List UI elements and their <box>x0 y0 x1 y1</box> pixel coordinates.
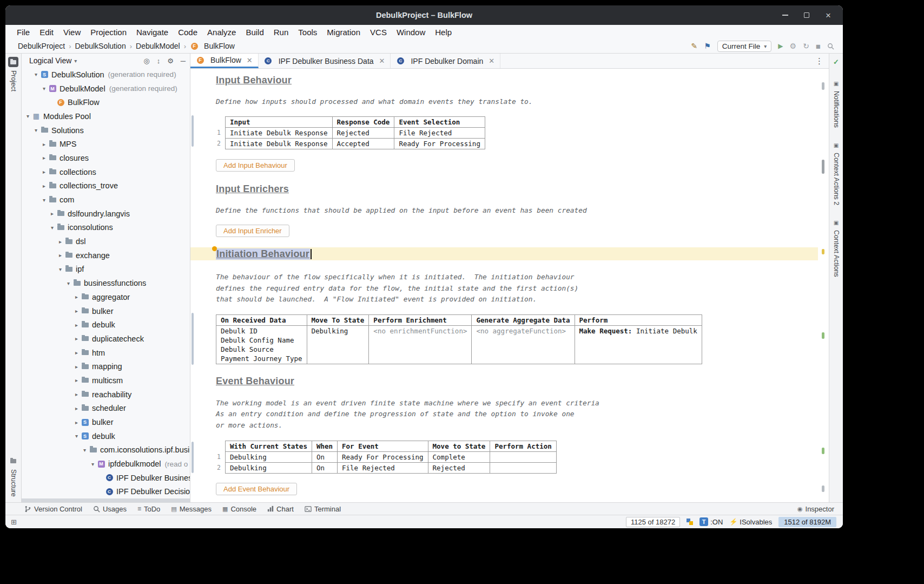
tree-row[interactable]: ▸scheduler <box>22 402 190 416</box>
chevron-right-icon[interactable]: ▸ <box>40 169 48 175</box>
table-cell[interactable]: Accepted <box>332 139 394 149</box>
table-cell[interactable]: File Rejected <box>394 128 485 139</box>
toolwindow-toggle-icon[interactable]: ⊞ <box>11 518 17 526</box>
table-cell[interactable]: On <box>312 463 337 474</box>
chevron-down-icon[interactable]: ▾ <box>40 86 48 91</box>
tree-row[interactable]: CIPF Debulker Domain <box>22 498 190 502</box>
chevron-right-icon[interactable]: ▸ <box>72 294 81 300</box>
breadcrumb-item[interactable]: DebulkModel <box>134 41 182 51</box>
search-icon[interactable] <box>827 43 834 50</box>
generate-aggregate-data-cell[interactable]: <no aggregateFunction> <box>472 325 575 364</box>
chevron-right-icon[interactable]: ▸ <box>40 183 48 189</box>
menu-item-vcs[interactable]: VCS <box>365 27 392 38</box>
tree-row[interactable]: ▾com <box>22 193 190 207</box>
menu-item-help[interactable]: Help <box>430 27 457 38</box>
table-row[interactable]: 1DebulkingOnReady For ProcessingComplete <box>216 452 556 463</box>
table-cell[interactable]: Rejected <box>332 128 394 139</box>
expand-collapse-icon[interactable]: ↕ <box>157 57 161 65</box>
current-line-highlight[interactable]: Initiation Behaviour <box>190 247 829 260</box>
structure-toolwindow-button[interactable]: Structure <box>8 456 18 497</box>
close-button[interactable]: × <box>821 9 835 22</box>
on-received-data-cell[interactable]: Debulk ID Debulk Config Name Debulk Sour… <box>216 325 307 364</box>
tree-row[interactable]: ▾MDebulkModel(generation required) <box>22 82 190 96</box>
rerun-icon[interactable]: ↻ <box>803 42 809 50</box>
breadcrumb-item[interactable]: FBulkFlow <box>188 41 236 51</box>
menu-item-view[interactable]: View <box>58 27 85 38</box>
chevron-down-icon[interactable]: ▾ <box>72 433 81 439</box>
toolwindow-button-context-actions[interactable]: ▣Context Actions <box>833 208 840 277</box>
tab-close-icon[interactable]: ✕ <box>247 56 253 64</box>
tree-row[interactable]: ▸collections_trove <box>22 179 190 193</box>
table-row[interactable]: 2DebulkingOnFile RejectedRejected <box>216 463 556 474</box>
menu-item-file[interactable]: File <box>12 27 35 38</box>
editor-tab-ipf-debulker-domain[interactable]: CIPF Debulker Domain✕ <box>391 54 500 68</box>
perform-cell[interactable]: Make Request: Initiate Debulk <box>575 325 702 364</box>
tree-row[interactable]: ▾iconsolutions <box>22 221 190 235</box>
add-input-behaviour-button[interactable]: Add Input Behaviour <box>216 159 295 172</box>
chevron-right-icon[interactable]: ▸ <box>72 391 81 397</box>
menu-item-navigate[interactable]: Navigate <box>131 27 173 38</box>
section-heading-initiation-behaviour[interactable]: Initiation Behaviour <box>216 248 310 260</box>
tree-row[interactable]: FBulkFlow <box>22 95 190 109</box>
tree-row[interactable]: ▾com.iconsolutions.ipf.busin <box>22 443 190 457</box>
toolwindow-button-todo[interactable]: ≡ToDo <box>137 505 160 513</box>
tree-row[interactable]: ▸mapping <box>22 359 190 373</box>
menu-item-analyze[interactable]: Analyze <box>202 27 241 38</box>
table-cell[interactable]: Ready For Processing <box>338 452 428 463</box>
chevron-right-icon[interactable]: ▸ <box>72 419 81 425</box>
view-selector[interactable]: Logical View ▾ <box>29 56 77 65</box>
menu-item-build[interactable]: Build <box>241 27 268 38</box>
chevron-right-icon[interactable]: ▸ <box>48 211 56 216</box>
chevron-right-icon[interactable]: ▸ <box>72 308 81 314</box>
tree-row[interactable]: ▸htm <box>22 346 190 360</box>
table-cell[interactable] <box>490 452 556 463</box>
tree-row[interactable]: ▸exchange <box>22 248 190 263</box>
run-configuration-select[interactable]: Current File ▾ <box>717 41 772 52</box>
toolwindow-button-console[interactable]: ▦Console <box>222 505 256 513</box>
table-cell[interactable]: Initiate Debulk Response <box>225 128 332 139</box>
editor-body[interactable]: Input Behaviour Define how inputs should… <box>190 69 829 502</box>
chevron-right-icon[interactable]: ▸ <box>56 239 64 245</box>
chevron-right-icon[interactable]: ▸ <box>72 336 81 342</box>
tab-close-icon[interactable]: ✕ <box>489 57 494 65</box>
table-row[interactable]: 1Initiate Debulk ResponseRejectedFile Re… <box>216 128 485 139</box>
chevron-down-icon[interactable]: ▾ <box>81 447 89 453</box>
chevron-right-icon[interactable]: ▸ <box>56 252 64 258</box>
gear-icon[interactable]: ⚙ <box>167 57 174 65</box>
toolwindow-button-messages[interactable]: ▤Messages <box>171 505 212 513</box>
menu-item-window[interactable]: Window <box>392 27 430 38</box>
tree-row[interactable]: ▸duplicatecheck <box>22 332 190 346</box>
edit-configurations-icon[interactable]: ✎ <box>691 42 697 50</box>
event-behaviour-table[interactable]: With Current StatesWhenFor EventMove to … <box>216 441 557 474</box>
settings-gear-icon[interactable]: ⚙ <box>790 42 797 50</box>
add-input-enricher-button[interactable]: Add Input Enricher <box>216 225 289 237</box>
table-cell[interactable]: File Rejected <box>338 463 428 474</box>
locate-node-icon[interactable]: ◎ <box>143 57 149 65</box>
tree-row[interactable]: ▸dslfoundry.langvis <box>22 207 190 221</box>
chevron-right-icon[interactable]: ▸ <box>72 364 81 370</box>
chevron-down-icon[interactable]: ▾ <box>48 225 56 231</box>
initiation-behaviour-table[interactable]: On Received Data Move To State Perform E… <box>216 314 702 364</box>
table-cell[interactable]: Debulking <box>225 463 312 474</box>
minimize-button[interactable] <box>778 9 792 22</box>
tree-row[interactable]: ▸multicsm <box>22 373 190 388</box>
memory-indicator[interactable]: 1512 of 8192M <box>778 517 836 527</box>
toolwindow-button-terminal[interactable]: Terminal <box>305 505 341 513</box>
toolwindow-button-inspector[interactable]: ◉Inspector <box>797 505 834 513</box>
section-heading-input-behaviour[interactable]: Input Behaviour <box>216 75 292 86</box>
table-cell[interactable]: Rejected <box>428 463 490 474</box>
table-row[interactable]: Debulk ID Debulk Config Name Debulk Sour… <box>216 325 702 364</box>
chevron-right-icon[interactable]: ▸ <box>72 322 81 328</box>
run-button-icon[interactable]: ▶ <box>778 43 783 49</box>
chevron-right-icon[interactable]: ▸ <box>72 405 81 411</box>
chevron-down-icon[interactable]: ▾ <box>56 266 64 272</box>
breadcrumb-item[interactable]: DebulkProject <box>16 41 67 51</box>
editor-tab-ipf-debulker-business-data[interactable]: CIPF Debulker Business Data✕ <box>259 54 391 68</box>
chevron-down-icon[interactable]: ▾ <box>32 127 40 133</box>
menu-item-migration[interactable]: Migration <box>322 27 365 38</box>
solvables-indicator[interactable]: ⚡ ISolvables <box>729 518 772 526</box>
tree-row[interactable]: ▸debulk <box>22 318 190 332</box>
toolwindow-button-version-control[interactable]: Version Control <box>24 505 82 513</box>
inspections-ok-check-icon[interactable]: ✓ <box>833 58 839 66</box>
tree-row[interactable]: ▸bulker <box>22 304 190 318</box>
